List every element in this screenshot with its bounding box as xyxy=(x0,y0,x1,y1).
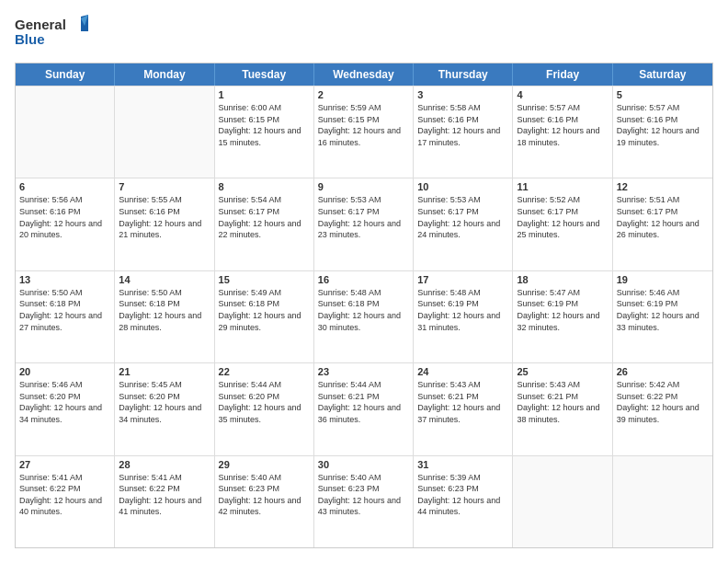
calendar-day-6: 6Sunrise: 5:56 AM Sunset: 6:16 PM Daylig… xyxy=(16,178,115,270)
weekday-header-friday: Friday xyxy=(513,63,612,86)
day-info: Sunrise: 5:53 AM Sunset: 6:17 PM Dayligh… xyxy=(318,194,409,240)
day-number: 22 xyxy=(219,366,310,377)
weekday-header-monday: Monday xyxy=(115,63,214,86)
day-number: 6 xyxy=(19,181,110,192)
calendar-header: SundayMondayTuesdayWednesdayThursdayFrid… xyxy=(16,63,712,86)
calendar-day-25: 25Sunrise: 5:43 AM Sunset: 6:21 PM Dayli… xyxy=(513,363,612,454)
calendar-body: 1Sunrise: 6:00 AM Sunset: 6:15 PM Daylig… xyxy=(16,86,712,547)
day-info: Sunrise: 5:40 AM Sunset: 6:23 PM Dayligh… xyxy=(318,472,409,518)
day-info: Sunrise: 5:58 AM Sunset: 6:16 PM Dayligh… xyxy=(417,102,508,148)
calendar-row-4: 27Sunrise: 5:41 AM Sunset: 6:22 PM Dayli… xyxy=(16,455,712,547)
day-info: Sunrise: 5:48 AM Sunset: 6:19 PM Dayligh… xyxy=(417,287,508,333)
day-number: 24 xyxy=(417,366,508,377)
day-info: Sunrise: 5:48 AM Sunset: 6:18 PM Dayligh… xyxy=(318,287,409,333)
calendar-day-4: 4Sunrise: 5:57 AM Sunset: 6:16 PM Daylig… xyxy=(513,86,612,178)
day-number: 19 xyxy=(617,274,709,285)
calendar-day-29: 29Sunrise: 5:40 AM Sunset: 6:23 PM Dayli… xyxy=(215,456,314,547)
day-info: Sunrise: 5:42 AM Sunset: 6:22 PM Dayligh… xyxy=(617,379,709,425)
day-number: 9 xyxy=(318,181,409,192)
calendar-day-9: 9Sunrise: 5:53 AM Sunset: 6:17 PM Daylig… xyxy=(314,178,414,270)
weekday-header-sunday: Sunday xyxy=(16,63,115,86)
day-info: Sunrise: 5:57 AM Sunset: 6:16 PM Dayligh… xyxy=(517,102,608,148)
day-number: 31 xyxy=(417,459,508,470)
calendar-row-3: 20Sunrise: 5:46 AM Sunset: 6:20 PM Dayli… xyxy=(16,362,712,454)
calendar-day-10: 10Sunrise: 5:53 AM Sunset: 6:17 PM Dayli… xyxy=(414,178,513,270)
day-info: Sunrise: 5:45 AM Sunset: 6:20 PM Dayligh… xyxy=(119,379,210,425)
day-info: Sunrise: 5:50 AM Sunset: 6:18 PM Dayligh… xyxy=(119,287,210,333)
day-number: 15 xyxy=(219,274,310,285)
day-info: Sunrise: 5:44 AM Sunset: 6:20 PM Dayligh… xyxy=(219,379,310,425)
day-info: Sunrise: 5:54 AM Sunset: 6:17 PM Dayligh… xyxy=(219,194,310,240)
day-info: Sunrise: 5:44 AM Sunset: 6:21 PM Dayligh… xyxy=(318,379,409,425)
page: General Blue SundayMondayTuesdayWednesda… xyxy=(0,0,728,563)
calendar-row-2: 13Sunrise: 5:50 AM Sunset: 6:18 PM Dayli… xyxy=(16,270,712,362)
calendar-day-27: 27Sunrise: 5:41 AM Sunset: 6:22 PM Dayli… xyxy=(16,456,115,547)
day-info: Sunrise: 5:40 AM Sunset: 6:23 PM Dayligh… xyxy=(219,472,310,518)
day-number: 25 xyxy=(517,366,608,377)
weekday-header-saturday: Saturday xyxy=(613,63,712,86)
logo: General Blue xyxy=(15,15,88,53)
weekday-header-tuesday: Tuesday xyxy=(215,63,314,86)
weekday-header-thursday: Thursday xyxy=(414,63,513,86)
calendar-day-8: 8Sunrise: 5:54 AM Sunset: 6:17 PM Daylig… xyxy=(215,178,314,270)
day-number: 16 xyxy=(318,274,409,285)
day-number: 1 xyxy=(219,89,310,100)
day-number: 20 xyxy=(19,366,110,377)
day-info: Sunrise: 5:56 AM Sunset: 6:16 PM Dayligh… xyxy=(19,194,110,240)
day-number: 23 xyxy=(318,366,409,377)
calendar-empty-cell xyxy=(613,456,712,547)
logo-svg: General Blue xyxy=(15,15,88,53)
calendar-day-31: 31Sunrise: 5:39 AM Sunset: 6:23 PM Dayli… xyxy=(414,456,513,547)
calendar-empty-cell xyxy=(115,86,214,178)
calendar-day-21: 21Sunrise: 5:45 AM Sunset: 6:20 PM Dayli… xyxy=(115,363,214,454)
day-number: 2 xyxy=(318,89,409,100)
calendar: SundayMondayTuesdayWednesdayThursdayFrid… xyxy=(15,63,713,548)
day-number: 10 xyxy=(417,181,508,192)
day-number: 17 xyxy=(417,274,508,285)
calendar-day-22: 22Sunrise: 5:44 AM Sunset: 6:20 PM Dayli… xyxy=(215,363,314,454)
day-info: Sunrise: 5:49 AM Sunset: 6:18 PM Dayligh… xyxy=(219,287,310,333)
calendar-day-3: 3Sunrise: 5:58 AM Sunset: 6:16 PM Daylig… xyxy=(414,86,513,178)
svg-text:General: General xyxy=(15,17,66,32)
day-number: 18 xyxy=(517,274,608,285)
day-number: 13 xyxy=(19,274,110,285)
day-info: Sunrise: 5:52 AM Sunset: 6:17 PM Dayligh… xyxy=(517,194,608,240)
day-info: Sunrise: 5:46 AM Sunset: 6:19 PM Dayligh… xyxy=(617,287,709,333)
day-info: Sunrise: 5:43 AM Sunset: 6:21 PM Dayligh… xyxy=(417,379,508,425)
day-info: Sunrise: 5:50 AM Sunset: 6:18 PM Dayligh… xyxy=(19,287,110,333)
calendar-day-16: 16Sunrise: 5:48 AM Sunset: 6:18 PM Dayli… xyxy=(314,271,414,362)
calendar-day-19: 19Sunrise: 5:46 AM Sunset: 6:19 PM Dayli… xyxy=(613,271,712,362)
day-number: 11 xyxy=(517,181,608,192)
calendar-row-0: 1Sunrise: 6:00 AM Sunset: 6:15 PM Daylig… xyxy=(16,86,712,178)
calendar-day-11: 11Sunrise: 5:52 AM Sunset: 6:17 PM Dayli… xyxy=(513,178,612,270)
day-info: Sunrise: 5:41 AM Sunset: 6:22 PM Dayligh… xyxy=(119,472,210,518)
calendar-row-1: 6Sunrise: 5:56 AM Sunset: 6:16 PM Daylig… xyxy=(16,178,712,270)
day-info: Sunrise: 5:41 AM Sunset: 6:22 PM Dayligh… xyxy=(19,472,110,518)
calendar-day-2: 2Sunrise: 5:59 AM Sunset: 6:15 PM Daylig… xyxy=(314,86,414,178)
calendar-day-14: 14Sunrise: 5:50 AM Sunset: 6:18 PM Dayli… xyxy=(115,271,214,362)
header: General Blue xyxy=(15,15,713,53)
day-number: 21 xyxy=(119,366,210,377)
day-number: 29 xyxy=(219,459,310,470)
day-number: 12 xyxy=(617,181,709,192)
calendar-day-30: 30Sunrise: 5:40 AM Sunset: 6:23 PM Dayli… xyxy=(314,456,414,547)
calendar-day-13: 13Sunrise: 5:50 AM Sunset: 6:18 PM Dayli… xyxy=(16,271,115,362)
day-info: Sunrise: 5:43 AM Sunset: 6:21 PM Dayligh… xyxy=(517,379,608,425)
calendar-day-15: 15Sunrise: 5:49 AM Sunset: 6:18 PM Dayli… xyxy=(215,271,314,362)
day-info: Sunrise: 5:46 AM Sunset: 6:20 PM Dayligh… xyxy=(19,379,110,425)
calendar-day-5: 5Sunrise: 5:57 AM Sunset: 6:16 PM Daylig… xyxy=(613,86,712,178)
day-number: 28 xyxy=(119,459,210,470)
calendar-day-20: 20Sunrise: 5:46 AM Sunset: 6:20 PM Dayli… xyxy=(16,363,115,454)
day-info: Sunrise: 5:55 AM Sunset: 6:16 PM Dayligh… xyxy=(119,194,210,240)
day-number: 26 xyxy=(617,366,709,377)
day-number: 14 xyxy=(119,274,210,285)
calendar-empty-cell xyxy=(513,456,612,547)
calendar-day-23: 23Sunrise: 5:44 AM Sunset: 6:21 PM Dayli… xyxy=(314,363,414,454)
day-number: 27 xyxy=(19,459,110,470)
calendar-day-1: 1Sunrise: 6:00 AM Sunset: 6:15 PM Daylig… xyxy=(215,86,314,178)
calendar-empty-cell xyxy=(16,86,115,178)
calendar-day-12: 12Sunrise: 5:51 AM Sunset: 6:17 PM Dayli… xyxy=(613,178,712,270)
day-info: Sunrise: 6:00 AM Sunset: 6:15 PM Dayligh… xyxy=(219,102,310,148)
weekday-header-wednesday: Wednesday xyxy=(314,63,414,86)
day-number: 3 xyxy=(417,89,508,100)
